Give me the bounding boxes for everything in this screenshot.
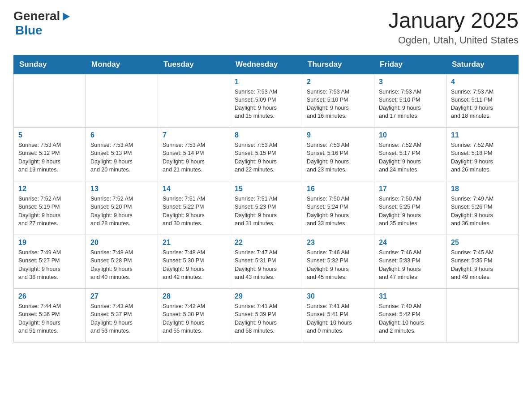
day-number: 22 <box>235 239 297 247</box>
day-number: 26 <box>18 292 81 300</box>
day-number: 27 <box>90 292 153 300</box>
calendar-cell: 7Sunrise: 7:53 AMSunset: 5:14 PMDaylight… <box>158 128 230 181</box>
day-info: Sunrise: 7:50 AMSunset: 5:24 PMDaylight:… <box>307 195 369 227</box>
logo-triangle-icon <box>61 12 71 21</box>
day-number: 5 <box>18 131 81 139</box>
calendar-cell: 5Sunrise: 7:53 AMSunset: 5:12 PMDaylight… <box>14 128 86 181</box>
day-number: 30 <box>307 292 369 300</box>
day-info: Sunrise: 7:46 AMSunset: 5:32 PMDaylight:… <box>307 248 369 281</box>
day-info: Sunrise: 7:44 AMSunset: 5:36 PMDaylight:… <box>18 302 81 335</box>
calendar-cell: 9Sunrise: 7:53 AMSunset: 5:16 PMDaylight… <box>302 128 374 181</box>
calendar-cell: 13Sunrise: 7:52 AMSunset: 5:20 PMDayligh… <box>86 181 158 235</box>
calendar-cell: 8Sunrise: 7:53 AMSunset: 5:15 PMDaylight… <box>230 128 302 181</box>
calendar-cell: 25Sunrise: 7:45 AMSunset: 5:35 PMDayligh… <box>446 235 519 289</box>
day-number: 25 <box>451 239 514 247</box>
calendar-cell: 1Sunrise: 7:53 AMSunset: 5:09 PMDaylight… <box>230 74 302 128</box>
day-number: 11 <box>451 131 514 139</box>
calendar-header-tuesday: Tuesday <box>158 55 230 74</box>
calendar-cell: 21Sunrise: 7:48 AMSunset: 5:30 PMDayligh… <box>158 235 230 289</box>
calendar-cell <box>446 289 519 342</box>
calendar-cell: 28Sunrise: 7:42 AMSunset: 5:38 PMDayligh… <box>158 289 230 342</box>
calendar-cell: 2Sunrise: 7:53 AMSunset: 5:10 PMDaylight… <box>302 74 374 128</box>
day-info: Sunrise: 7:53 AMSunset: 5:09 PMDaylight:… <box>235 88 297 120</box>
calendar-cell: 19Sunrise: 7:49 AMSunset: 5:27 PMDayligh… <box>14 235 86 289</box>
day-info: Sunrise: 7:53 AMSunset: 5:16 PMDaylight:… <box>307 141 369 174</box>
page-subtitle: Ogden, Utah, United States <box>388 34 519 46</box>
calendar-cell: 16Sunrise: 7:50 AMSunset: 5:24 PMDayligh… <box>302 181 374 235</box>
day-info: Sunrise: 7:53 AMSunset: 5:15 PMDaylight:… <box>235 141 297 174</box>
calendar-header-thursday: Thursday <box>302 55 374 74</box>
day-number: 24 <box>379 239 442 247</box>
calendar-cell: 20Sunrise: 7:48 AMSunset: 5:28 PMDayligh… <box>86 235 158 289</box>
day-number: 19 <box>18 239 81 247</box>
day-info: Sunrise: 7:53 AMSunset: 5:13 PMDaylight:… <box>90 141 153 174</box>
day-info: Sunrise: 7:52 AMSunset: 5:19 PMDaylight:… <box>18 195 81 227</box>
day-info: Sunrise: 7:43 AMSunset: 5:37 PMDaylight:… <box>90 302 153 335</box>
day-number: 31 <box>379 292 442 300</box>
calendar-cell: 15Sunrise: 7:51 AMSunset: 5:23 PMDayligh… <box>230 181 302 235</box>
calendar-cell: 26Sunrise: 7:44 AMSunset: 5:36 PMDayligh… <box>14 289 86 342</box>
calendar-cell: 30Sunrise: 7:41 AMSunset: 5:41 PMDayligh… <box>302 289 374 342</box>
day-number: 17 <box>379 185 442 193</box>
calendar-header-friday: Friday <box>374 55 446 74</box>
calendar-cell: 29Sunrise: 7:41 AMSunset: 5:39 PMDayligh… <box>230 289 302 342</box>
day-number: 21 <box>163 239 225 247</box>
day-number: 4 <box>451 78 514 86</box>
day-number: 13 <box>90 185 153 193</box>
calendar-week-3: 12Sunrise: 7:52 AMSunset: 5:19 PMDayligh… <box>14 181 519 235</box>
calendar-cell <box>86 74 158 128</box>
day-info: Sunrise: 7:48 AMSunset: 5:30 PMDaylight:… <box>163 248 225 281</box>
day-info: Sunrise: 7:52 AMSunset: 5:20 PMDaylight:… <box>90 195 153 227</box>
calendar-cell: 3Sunrise: 7:53 AMSunset: 5:10 PMDaylight… <box>374 74 446 128</box>
calendar-cell: 18Sunrise: 7:49 AMSunset: 5:26 PMDayligh… <box>446 181 519 235</box>
day-number: 10 <box>379 131 442 139</box>
calendar-cell: 4Sunrise: 7:53 AMSunset: 5:11 PMDaylight… <box>446 74 519 128</box>
calendar-cell <box>158 74 230 128</box>
page-header: General Blue January 2025 Ogden, Utah, U… <box>13 9 519 46</box>
calendar-cell: 11Sunrise: 7:52 AMSunset: 5:18 PMDayligh… <box>446 128 519 181</box>
day-number: 23 <box>307 239 369 247</box>
day-number: 1 <box>235 78 297 86</box>
calendar-cell: 12Sunrise: 7:52 AMSunset: 5:19 PMDayligh… <box>14 181 86 235</box>
calendar-header-sunday: Sunday <box>14 55 86 74</box>
day-info: Sunrise: 7:40 AMSunset: 5:42 PMDaylight:… <box>379 302 442 335</box>
day-number: 9 <box>307 131 369 139</box>
day-info: Sunrise: 7:53 AMSunset: 5:10 PMDaylight:… <box>307 88 369 120</box>
day-info: Sunrise: 7:41 AMSunset: 5:41 PMDaylight:… <box>307 302 369 335</box>
day-info: Sunrise: 7:53 AMSunset: 5:12 PMDaylight:… <box>18 141 81 174</box>
logo: General Blue <box>13 9 71 38</box>
day-number: 16 <box>307 185 369 193</box>
day-number: 29 <box>235 292 297 300</box>
calendar-header-wednesday: Wednesday <box>230 55 302 74</box>
day-info: Sunrise: 7:47 AMSunset: 5:31 PMDaylight:… <box>235 248 297 281</box>
day-number: 2 <box>307 78 369 86</box>
day-info: Sunrise: 7:42 AMSunset: 5:38 PMDaylight:… <box>163 302 225 335</box>
calendar-cell: 22Sunrise: 7:47 AMSunset: 5:31 PMDayligh… <box>230 235 302 289</box>
calendar-cell: 10Sunrise: 7:52 AMSunset: 5:17 PMDayligh… <box>374 128 446 181</box>
day-info: Sunrise: 7:53 AMSunset: 5:10 PMDaylight:… <box>379 88 442 120</box>
calendar-week-4: 19Sunrise: 7:49 AMSunset: 5:27 PMDayligh… <box>14 235 519 289</box>
day-info: Sunrise: 7:46 AMSunset: 5:33 PMDaylight:… <box>379 248 442 281</box>
day-number: 14 <box>163 185 225 193</box>
calendar-week-1: 1Sunrise: 7:53 AMSunset: 5:09 PMDaylight… <box>14 74 519 128</box>
calendar-cell: 17Sunrise: 7:50 AMSunset: 5:25 PMDayligh… <box>374 181 446 235</box>
day-info: Sunrise: 7:53 AMSunset: 5:14 PMDaylight:… <box>163 141 225 174</box>
calendar-cell: 24Sunrise: 7:46 AMSunset: 5:33 PMDayligh… <box>374 235 446 289</box>
day-number: 6 <box>90 131 153 139</box>
calendar-cell: 14Sunrise: 7:51 AMSunset: 5:22 PMDayligh… <box>158 181 230 235</box>
day-number: 12 <box>18 185 81 193</box>
day-info: Sunrise: 7:48 AMSunset: 5:28 PMDaylight:… <box>90 248 153 281</box>
calendar-table: SundayMondayTuesdayWednesdayThursdayFrid… <box>13 55 519 343</box>
day-info: Sunrise: 7:52 AMSunset: 5:17 PMDaylight:… <box>379 141 442 174</box>
day-number: 28 <box>163 292 225 300</box>
calendar-week-2: 5Sunrise: 7:53 AMSunset: 5:12 PMDaylight… <box>14 128 519 181</box>
day-info: Sunrise: 7:45 AMSunset: 5:35 PMDaylight:… <box>451 248 514 281</box>
logo-blue: Blue <box>15 23 43 37</box>
day-number: 15 <box>235 185 297 193</box>
day-number: 7 <box>163 131 225 139</box>
day-info: Sunrise: 7:52 AMSunset: 5:18 PMDaylight:… <box>451 141 514 174</box>
logo-general: General <box>13 9 60 23</box>
day-info: Sunrise: 7:53 AMSunset: 5:11 PMDaylight:… <box>451 88 514 120</box>
page-title: January 2025 <box>388 9 519 33</box>
calendar-header-row: SundayMondayTuesdayWednesdayThursdayFrid… <box>14 55 519 74</box>
